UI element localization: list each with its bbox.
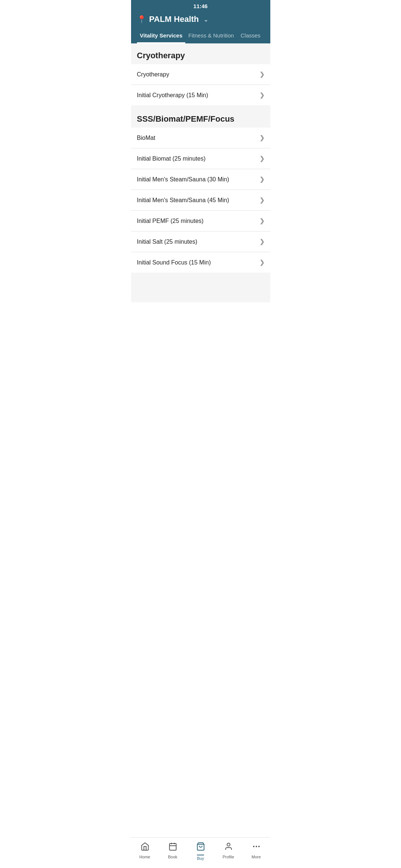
tab-vitality-services[interactable]: Vitality Services: [137, 29, 186, 43]
chevron-right-icon: ❯: [260, 238, 264, 245]
content-area: Cryotherapy Cryotherapy ❯ Initial Cryoth…: [131, 43, 270, 302]
sss-title: SSS/Biomat/PEMF/Focus: [137, 114, 264, 124]
list-item[interactable]: Initial PEMF (25 minutes) ❯: [131, 211, 270, 231]
cryotherapy-title: Cryotherapy: [137, 51, 264, 60]
list-item[interactable]: Initial Men's Steam/Sauna (45 Min) ❯: [131, 190, 270, 211]
chevron-right-icon: ❯: [260, 259, 264, 266]
list-item-label: Initial Salt (25 minutes): [137, 239, 198, 245]
location-icon: 📍: [137, 15, 146, 24]
list-item[interactable]: Cryotherapy ❯: [131, 64, 270, 85]
list-item-label: Initial Biomat (25 minutes): [137, 155, 206, 162]
list-item[interactable]: Initial Biomat (25 minutes) ❯: [131, 148, 270, 169]
location-row[interactable]: 📍 PALM Health ⌄: [137, 14, 264, 29]
list-item-label: Cryotherapy: [137, 71, 169, 78]
chevron-right-icon: ❯: [260, 217, 264, 224]
chevron-right-icon: ❯: [260, 155, 264, 162]
list-item-label: Initial Men's Steam/Sauna (45 Min): [137, 197, 229, 204]
list-item[interactable]: BioMat ❯: [131, 128, 270, 148]
app-title: PALM Health: [149, 14, 199, 24]
status-bar: 11:46: [131, 0, 270, 11]
tab-fitness-nutrition[interactable]: Fitness & Nutrition: [185, 29, 237, 43]
list-item[interactable]: Initial Men's Steam/Sauna (30 Min) ❯: [131, 169, 270, 190]
chevron-down-icon: ⌄: [203, 16, 208, 23]
tab-classes[interactable]: Classes: [237, 29, 264, 43]
cryotherapy-section-header: Cryotherapy: [131, 43, 270, 64]
chevron-right-icon: ❯: [260, 71, 264, 78]
sss-section-header: SSS/Biomat/PEMF/Focus: [131, 105, 270, 128]
chevron-right-icon: ❯: [260, 197, 264, 204]
list-item[interactable]: Initial Sound Focus (15 Min) ❯: [131, 252, 270, 273]
list-item-label: Initial PEMF (25 minutes): [137, 218, 204, 224]
sss-list: BioMat ❯ Initial Biomat (25 minutes) ❯ I…: [131, 128, 270, 273]
header: 📍 PALM Health ⌄ Vitality Services Fitnes…: [131, 11, 270, 43]
list-item-label: BioMat: [137, 135, 156, 141]
tab-navigation: Vitality Services Fitness & Nutrition Cl…: [137, 29, 264, 43]
list-item-label: Initial Cryotherapy (15 Min): [137, 92, 208, 99]
cryotherapy-list: Cryotherapy ❯ Initial Cryotherapy (15 Mi…: [131, 64, 270, 105]
chevron-right-icon: ❯: [260, 176, 264, 183]
chevron-right-icon: ❯: [260, 134, 264, 141]
time: 11:46: [193, 3, 208, 9]
list-item-label: Initial Men's Steam/Sauna (30 Min): [137, 176, 229, 183]
chevron-right-icon: ❯: [260, 92, 264, 99]
list-item[interactable]: Initial Cryotherapy (15 Min) ❯: [131, 85, 270, 105]
list-item-label: Initial Sound Focus (15 Min): [137, 259, 211, 266]
list-item[interactable]: Initial Salt (25 minutes) ❯: [131, 231, 270, 252]
